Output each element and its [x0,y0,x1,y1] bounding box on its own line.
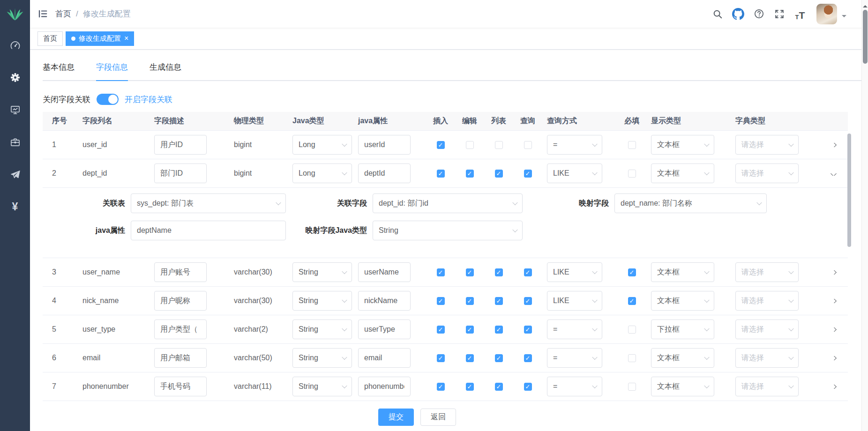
field-description-input[interactable] [154,163,207,183]
dict-type-select[interactable]: 请选择 [735,348,799,368]
java-type-select[interactable]: String [292,320,352,339]
yuan-icon[interactable]: ¥ [0,191,30,223]
dict-type-select[interactable]: 请选择 [735,163,799,183]
submit-button[interactable]: 提交 [378,409,414,426]
close-tag-icon[interactable]: × [124,35,128,42]
list-checkbox[interactable]: ✓ [495,383,503,391]
field-description-input[interactable] [154,135,207,155]
expansion-select[interactable]: dept_name: 部门名称 [614,193,767,213]
java-type-select[interactable]: String [292,348,352,368]
dashboard-icon[interactable] [0,29,30,61]
dict-type-select[interactable]: 请选择 [735,291,799,311]
java-attribute-input[interactable] [358,291,411,311]
app-logo[interactable] [0,0,30,29]
display-type-select[interactable]: 文本框 [651,348,714,368]
list-checkbox[interactable]: ✓ [495,268,503,276]
required-checkbox[interactable]: ✓ [628,268,636,276]
sidebar-toggle-icon[interactable] [30,8,55,19]
query-checkbox[interactable]: ✓ [524,170,532,178]
java-attribute-input[interactable] [358,320,411,339]
list-checkbox[interactable]: ✓ [495,326,503,334]
edit-checkbox[interactable]: ✓ [466,297,474,305]
java-attribute-input[interactable] [358,163,411,183]
insert-checkbox[interactable]: ✓ [437,170,445,178]
expansion-select[interactable]: String [373,221,523,240]
list-checkbox[interactable] [495,141,503,149]
monitor-icon[interactable] [0,94,30,126]
field-description-input[interactable] [154,291,207,311]
back-button[interactable]: 返回 [420,409,456,426]
display-type-select[interactable]: 文本框 [651,377,714,396]
query-checkbox[interactable]: ✓ [524,268,532,276]
expansion-input[interactable] [131,221,286,240]
display-type-select[interactable]: 下拉框 [651,320,714,339]
query-checkbox[interactable]: ✓ [524,326,532,334]
display-type-select[interactable]: 文本框 [651,163,714,183]
query-mode-select[interactable]: LIKE [547,291,602,311]
user-avatar[interactable] [816,4,837,24]
insert-checkbox[interactable]: ✓ [437,326,445,334]
query-mode-select[interactable]: LIKE [547,163,602,183]
field-description-input[interactable] [154,262,207,282]
edit-checkbox[interactable] [466,141,474,149]
display-type-select[interactable]: 文本框 [651,291,714,311]
expand-row-icon[interactable] [831,270,837,275]
insert-checkbox[interactable]: ✓ [437,354,445,362]
list-checkbox[interactable]: ✓ [495,297,503,305]
expansion-select[interactable]: sys_dept: 部门表 [131,193,286,213]
expand-row-icon[interactable] [831,143,837,147]
display-type-select[interactable]: 文本框 [651,135,714,155]
query-mode-select[interactable]: = [547,320,602,339]
display-type-select[interactable]: 文本框 [651,262,714,282]
java-type-select[interactable]: String [292,262,352,282]
expand-row-icon[interactable] [831,385,837,389]
insert-checkbox[interactable]: ✓ [437,141,445,149]
gear-icon[interactable] [0,61,30,94]
font-size-icon[interactable]: TT [794,8,806,20]
tag-home[interactable]: 首页 [37,31,63,46]
tab-generate-info[interactable]: 生成信息 [150,62,181,80]
query-checkbox[interactable]: ✓ [524,354,532,362]
github-icon[interactable] [732,8,744,20]
java-type-select[interactable]: String [292,291,352,311]
java-attribute-input[interactable] [358,348,411,368]
fullscreen-icon[interactable] [773,8,786,20]
edit-checkbox[interactable]: ✓ [466,326,474,334]
dict-type-select[interactable]: 请选择 [735,262,799,282]
query-mode-select[interactable]: = [547,348,602,368]
help-icon[interactable] [753,8,765,20]
collapse-row-icon[interactable] [831,171,837,176]
user-menu-caret-icon[interactable] [842,15,846,20]
required-checkbox[interactable] [628,354,636,362]
java-attribute-input[interactable] [358,262,411,282]
expand-row-icon[interactable] [831,327,837,332]
paper-plane-icon[interactable] [0,158,30,191]
query-mode-select[interactable]: = [547,377,602,396]
java-attribute-input[interactable] [358,135,411,155]
scroll-up-arrow-icon[interactable] [863,3,868,7]
query-checkbox[interactable]: ✓ [524,383,532,391]
list-checkbox[interactable]: ✓ [495,170,503,178]
field-description-input[interactable] [154,348,207,368]
tab-basic-info[interactable]: 基本信息 [43,62,75,80]
page-scrollbar[interactable] [861,0,868,431]
query-mode-select[interactable]: LIKE [547,262,602,282]
query-mode-select[interactable]: = [547,135,602,155]
required-checkbox[interactable] [628,141,636,149]
java-attribute-input[interactable] [358,377,411,396]
required-checkbox[interactable] [628,326,636,334]
dict-type-select[interactable]: 请选择 [735,320,799,339]
required-checkbox[interactable]: ✓ [628,297,636,305]
expansion-select[interactable]: dept_id: 部门id [373,193,523,213]
expand-row-icon[interactable] [831,356,837,360]
table-scrollbar-thumb[interactable] [847,134,851,247]
page-scrollbar-thumb[interactable] [863,10,868,64]
insert-checkbox[interactable]: ✓ [437,268,445,276]
required-checkbox[interactable] [628,383,636,391]
field-relation-switch[interactable] [97,94,119,105]
toolbox-icon[interactable] [0,126,30,158]
java-type-select[interactable]: Long [292,163,352,183]
search-icon[interactable] [711,8,724,20]
java-type-select[interactable]: Long [292,135,352,155]
edit-checkbox[interactable]: ✓ [466,354,474,362]
